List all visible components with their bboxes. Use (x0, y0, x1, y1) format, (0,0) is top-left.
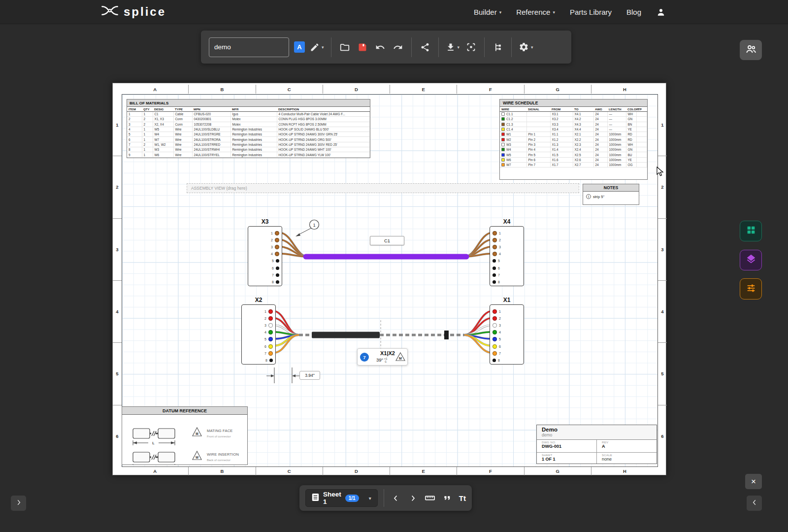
close-panel-button[interactable]: × (745, 474, 762, 489)
settings-button[interactable]: ▾ (519, 37, 533, 57)
length-annotation[interactable]: 7 X1|X2 39" +1-1 M (357, 348, 408, 366)
pin-X3-8[interactable]: 8 (272, 278, 279, 285)
bom-row[interactable]: 81W3Wire24UL100/STRWHIRemington Industri… (127, 147, 370, 152)
assembly-view-dropzone[interactable]: ASSEMBLY VIEW (drag here) (187, 183, 579, 193)
download-button[interactable]: ▾ (446, 37, 460, 57)
wire-row[interactable]: C1.3X3.3X4.324—BN (500, 122, 647, 127)
wire-row[interactable]: C1.2X3.2X4.224—GN (500, 117, 647, 122)
cable-label[interactable]: C1 (370, 236, 404, 245)
nav-item-reference[interactable]: Reference▾ (516, 8, 555, 16)
title-block[interactable]: Demo demo DWG NO. DWG-001 REV A SHEET 1 … (536, 425, 657, 464)
pin-X4-2[interactable]: 2 (492, 236, 501, 243)
bom-row[interactable]: 22X1, X3Conn0430200801MolexCONN PLUG HSG… (127, 117, 370, 122)
wire-row[interactable]: W5Pin 5X1.5X2.5241000mmBU (500, 152, 647, 157)
chevron-left-icon (751, 499, 758, 508)
wire-row[interactable]: W2Pin 2X1.2X2.2241000mmRD (500, 137, 647, 142)
wire-row[interactable]: W3Pin 3X1.3X2.3241000mmWH (500, 142, 647, 147)
wire-row[interactable]: W4Pin 4X1.4X2.4241000mmGN (500, 147, 647, 152)
share-button[interactable] (419, 37, 431, 57)
pin-X1-7[interactable]: 7 (492, 350, 501, 357)
nav-item-blog[interactable]: Blog (626, 8, 641, 16)
wire-row[interactable]: W1Pin 1X1.1X2.1241000mmRD (500, 132, 647, 137)
edit-pencil-button[interactable]: ▾ (310, 37, 324, 57)
text-tool-button[interactable]: Tt (459, 494, 466, 502)
pin-X2-3[interactable]: 3 (264, 322, 273, 329)
note-tool-button[interactable] (442, 489, 453, 507)
pin-X4-5[interactable]: 5 (492, 258, 500, 265)
drawing-sheet[interactable]: ABCDEFGH ABCDEFGH 123456 123456 BILL OF … (112, 83, 666, 475)
wire-schedule[interactable]: WIRE SCHEDULE WIRESIGNAL FROMTO AWGLENGT… (499, 99, 648, 180)
collaborators-button[interactable] (740, 40, 762, 60)
pin-dot (276, 280, 279, 284)
pin-X4-1[interactable]: 1 (492, 230, 501, 236)
connector-x1[interactable]: X1 12345678 (490, 304, 524, 365)
pin-X2-2[interactable]: 2 (264, 315, 273, 322)
pin-X2-1[interactable]: 1 (264, 308, 273, 315)
pin-X4-7[interactable]: 7 (492, 271, 500, 278)
project-name-input[interactable] (209, 37, 289, 57)
pin-X2-5[interactable]: 5 (264, 336, 273, 343)
redo-button[interactable] (392, 37, 404, 57)
pin-X4-6[interactable]: 6 (492, 265, 500, 271)
pin-X3-6[interactable]: 6 (272, 265, 279, 271)
nav-item-parts-library[interactable]: Parts Library (570, 8, 612, 16)
connector-x4[interactable]: X4 12345678 (490, 226, 524, 286)
expand-left-panel-button[interactable] (11, 496, 26, 511)
bom-row[interactable]: 72W1, W2Wire24UL100/STRREDRemington Indu… (127, 142, 370, 147)
parts-panel-button[interactable] (740, 221, 762, 241)
breakout-dimension-label[interactable]: 3.94" (299, 371, 320, 380)
border-cell: 2 (658, 156, 667, 218)
pin-X3-4[interactable]: 4 (271, 251, 279, 258)
pin-X1-1[interactable]: 1 (492, 308, 501, 315)
wire-row[interactable]: W6Pin 6X1.6X2.6241000mmYE (500, 157, 647, 162)
account-icon[interactable] (656, 7, 666, 17)
connector-x2[interactable]: X2 12345678 (241, 304, 276, 365)
save-button[interactable] (356, 37, 369, 57)
bom-row[interactable]: 41W5Wire24UL100/SLDBLURemington Industri… (127, 127, 370, 132)
splice-logo[interactable]: splice (101, 4, 166, 19)
prev-sheet-button[interactable] (390, 489, 401, 507)
pin-X3-2[interactable]: 2 (271, 236, 279, 243)
pin-X4-8[interactable]: 8 (492, 278, 500, 285)
connector-x3[interactable]: X3 12345678 (248, 226, 282, 286)
harness-tree-button[interactable] (492, 37, 504, 57)
pin-X3-3[interactable]: 3 (271, 243, 279, 250)
fit-view-button[interactable] (464, 37, 477, 57)
border-bottom: ABCDEFGH (122, 467, 658, 475)
bom-row[interactable]: 51W4Wire24UL100/STRGRERemington Industri… (127, 132, 370, 137)
bom-row[interactable]: 11C1CableCFBUS-020Igus4 Conductor Multi-… (127, 112, 370, 117)
pin-X1-6[interactable]: 6 (492, 343, 501, 350)
pin-X1-5[interactable]: 5 (492, 336, 501, 343)
pin-X1-4[interactable]: 4 (492, 329, 501, 336)
undo-button[interactable] (374, 37, 387, 57)
annotation-mode-badge[interactable]: A (294, 41, 305, 53)
pin-X1-8[interactable]: 8 (492, 357, 500, 364)
pin-X4-3[interactable]: 3 (492, 243, 501, 250)
pin-X3-7[interactable]: 7 (272, 271, 279, 278)
pin-X2-6[interactable]: 6 (264, 343, 273, 350)
sheet-selector-button[interactable]: Sheet 1 1/1 ▾ (305, 489, 378, 507)
bom-row[interactable]: 91W6Wire24UL100/STRYELRemington Industri… (127, 152, 370, 157)
pin-X1-3[interactable]: 3 (492, 322, 501, 329)
bill-of-materials[interactable]: BILL OF MATERIALS ITEMQTYDESIG TYPEMPNMF… (127, 99, 370, 158)
wire-row[interactable]: C1.1X3.1X4.124—WH (500, 112, 647, 117)
notes-box[interactable]: NOTES 1 strip 5" (583, 184, 639, 205)
open-folder-button[interactable] (338, 37, 351, 57)
pin-X3-5[interactable]: 5 (272, 258, 279, 265)
bom-row[interactable]: 61W7Wire24UL100/STRORARemington Industri… (127, 137, 370, 142)
nav-item-builder[interactable]: Builder▾ (474, 8, 501, 16)
wire-row[interactable]: C1.4X3.4X4.424—YE (500, 127, 647, 132)
next-sheet-button[interactable] (407, 489, 419, 507)
measure-tool-button[interactable] (425, 489, 436, 507)
pin-X2-4[interactable]: 4 (264, 329, 273, 336)
pin-X3-1[interactable]: 1 (271, 230, 279, 236)
bom-row[interactable]: 32X2, X4Conn1053072208MolexCONN RCPT HSG… (127, 122, 370, 127)
pin-X2-7[interactable]: 7 (264, 350, 273, 357)
pin-X1-2[interactable]: 2 (492, 315, 501, 322)
pin-X4-4[interactable]: 4 (492, 251, 501, 258)
expand-right-panel-button[interactable] (747, 496, 762, 511)
layers-panel-button[interactable] (740, 250, 762, 270)
properties-panel-button[interactable] (740, 278, 762, 299)
wire-row[interactable]: W7Pin 7X1.7X2.7241000mmOG (500, 162, 647, 167)
pin-X2-8[interactable]: 8 (265, 357, 273, 364)
